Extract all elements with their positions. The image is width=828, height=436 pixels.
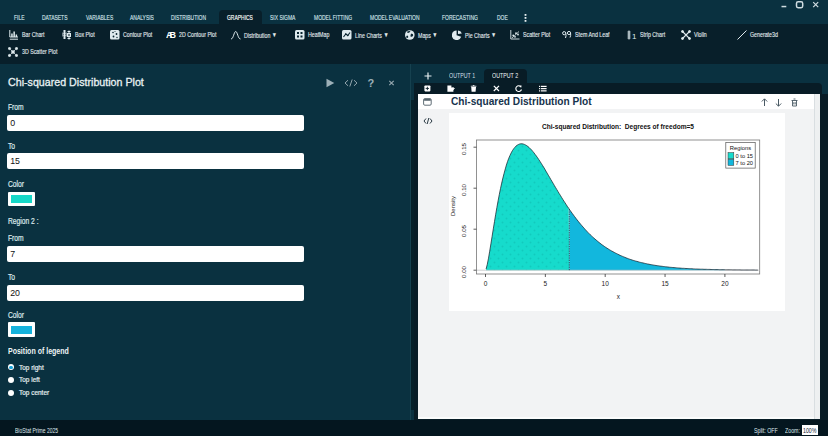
svg-text:0.10: 0.10 <box>460 183 467 196</box>
svg-text:Regions: Regions <box>730 145 751 151</box>
svg-text:20: 20 <box>721 280 729 287</box>
svg-text:AB: AB <box>166 30 176 40</box>
svg-text:0 to 15: 0 to 15 <box>736 153 753 159</box>
svg-text:x: x <box>617 293 621 300</box>
svg-text:5: 5 <box>544 280 548 287</box>
svg-text:15: 15 <box>661 280 669 287</box>
svg-text:0: 0 <box>484 280 488 287</box>
svg-text:0.00: 0.00 <box>460 265 467 278</box>
svg-text:?: ? <box>368 78 375 88</box>
svg-text:0.05: 0.05 <box>460 224 467 237</box>
svg-text:7 to 20: 7 to 20 <box>736 160 753 166</box>
svg-text:10: 10 <box>602 280 610 287</box>
svg-text:0.15: 0.15 <box>460 142 467 155</box>
svg-text:1: 1 <box>632 32 637 40</box>
svg-text:Density: Density <box>450 196 456 216</box>
svg-text:Chi-squared Distribution: Deg: Chi-squared Distribution: Degrees of fre… <box>542 123 694 131</box>
